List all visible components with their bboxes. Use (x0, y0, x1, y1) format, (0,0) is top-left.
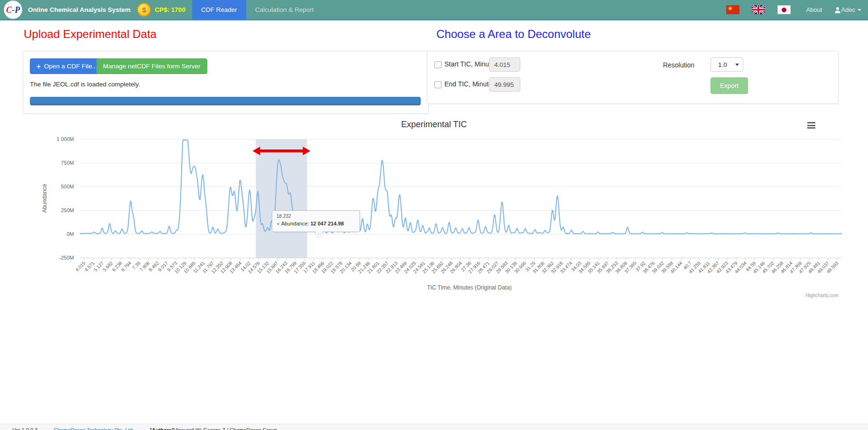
tooltip-body: ●Abundance: 12 047 214.98 (277, 221, 355, 226)
app-root: C-P Online Chemical Analysis System $ CP… (0, 0, 868, 430)
tic-series-line (80, 140, 842, 234)
tooltip-x-value: 18.232 (277, 214, 355, 219)
end-tic-label: End TIC, Minutes (444, 80, 496, 88)
tab-calculation-report[interactable]: Calculation & Report (246, 0, 323, 19)
footer-version: Ver 1.0.0.3 (12, 427, 37, 430)
y-axis-label: -250M (59, 255, 74, 261)
resolution-label: Resolution (638, 61, 694, 69)
resolution-select[interactable]: 1.0 (711, 57, 743, 72)
export-button[interactable]: Export (711, 77, 748, 94)
chevron-down-icon (858, 9, 861, 11)
footer-company-link[interactable]: ChemoPower Technology Pte. Ltd. (54, 427, 134, 430)
chart-title: Experimental TIC (14, 120, 854, 130)
plus-icon: + (37, 62, 41, 70)
end-tic-input[interactable] (489, 77, 520, 92)
footer-authors-label: [Authors] (150, 427, 174, 430)
x-axis-title: TIC Time, Minutes (Original Data) (427, 284, 512, 291)
credits-badge: CP$: 1700 (155, 6, 185, 13)
series-dot-icon: ● (277, 221, 280, 226)
progress-fill (30, 97, 421, 105)
end-tic-checkbox[interactable] (434, 81, 442, 88)
start-tic-checkbox[interactable] (434, 61, 442, 68)
footer-authors-text: Vineyard W; George Z / ChemoPower Group (174, 427, 277, 430)
tab-cdf-reader[interactable]: CDF Reader (192, 0, 246, 19)
y-axis-label: 1 000M (56, 136, 74, 142)
username: Adec (841, 6, 855, 13)
open-cdf-label: Open a CDF File... (44, 63, 98, 70)
load-status-text: The file JEOL.cdf is loaded completely. (30, 81, 140, 88)
chart-menu-icon[interactable] (806, 121, 820, 132)
app-logo[interactable]: C-P (4, 0, 22, 19)
deconvolute-section-title: Choose a Area to Deconvolute (436, 28, 591, 41)
japan-sun (782, 8, 786, 12)
select-caret-icon (735, 64, 739, 66)
coin-icon: $ (137, 3, 151, 17)
resolution-value: 1.0 (718, 61, 727, 68)
navbar-right: ★ About Adec (726, 5, 861, 14)
logo-letter-c: C (6, 6, 12, 14)
tic-chart: Experimental TIC -250M0M250M500M750M1 00… (14, 118, 854, 304)
footer-authors: [Authors]Vineyard W; George Z / ChemoPow… (150, 427, 277, 430)
upload-section-title: Upload Experimental Data (24, 28, 157, 41)
person-icon (834, 7, 841, 13)
tooltip-series-label: Abundance: (281, 221, 309, 226)
highcharts-credit[interactable]: Highcharts.com (806, 293, 839, 298)
china-star: ★ (727, 4, 733, 13)
y-axis-label: 500M (61, 184, 74, 189)
manage-netcdf-button[interactable]: Manage netCDF Files form Server (96, 58, 207, 74)
app-title[interactable]: Online Chemical Analysis System (28, 6, 130, 13)
logo-letter-p: -P (12, 6, 20, 14)
tooltip-value: 12 047 214.98 (310, 221, 343, 226)
x-axis-label: 6.794 (120, 260, 132, 272)
start-tic-input[interactable] (489, 57, 520, 72)
y-axis-label: 0M (67, 231, 74, 237)
upload-panel: + Open a CDF File... Manage netCDF Files… (23, 51, 429, 114)
navbar: C-P Online Chemical Analysis System $ CP… (0, 0, 868, 20)
upload-progress-bar (30, 97, 421, 105)
tic-chart-plot[interactable]: -250M0M250M500M750M1 000M4.0154.5715.127… (14, 118, 854, 304)
footer: Ver 1.0.0.3 ChemoPower Technology Pte. L… (0, 424, 868, 430)
y-axis-title: Abundance (41, 184, 48, 213)
about-link[interactable]: About (806, 6, 822, 13)
selection-band[interactable] (256, 139, 307, 258)
y-axis-label: 250M (61, 207, 74, 213)
open-cdf-button[interactable]: + Open a CDF File... (30, 58, 104, 74)
user-menu[interactable]: Adec (834, 6, 861, 13)
chart-tooltip: 18.232 ●Abundance: 12 047 214.98 (272, 210, 360, 232)
japan-flag-icon[interactable] (777, 5, 791, 14)
uk-flag-icon[interactable] (752, 5, 765, 14)
china-flag-icon[interactable]: ★ (726, 5, 739, 14)
y-axis-label: 750M (61, 160, 74, 166)
deconvolute-panel: Start TIC, Minutes End TIC, Minutes Reso… (427, 51, 839, 104)
